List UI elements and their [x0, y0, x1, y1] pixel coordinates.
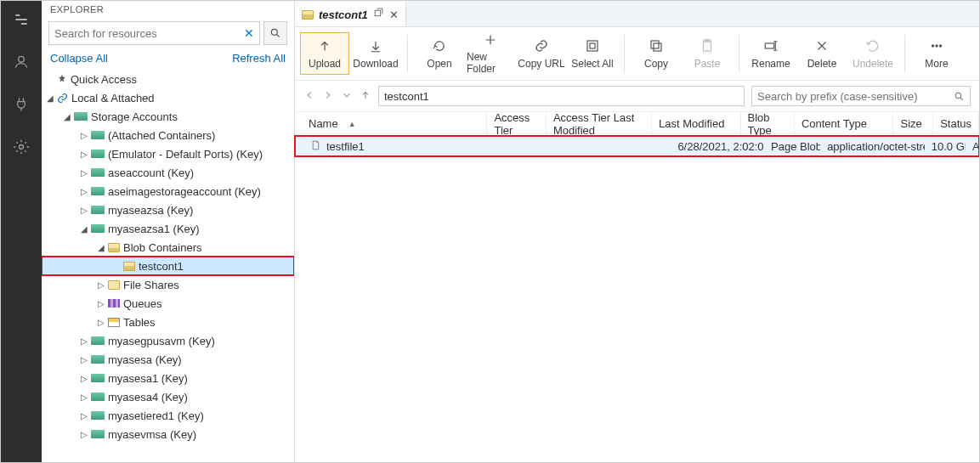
tree-item[interactable]: ▷myasevmsa (Key): [42, 425, 294, 443]
chevron-right-icon: ▷: [79, 206, 89, 215]
svg-rect-3: [375, 10, 381, 16]
tree-item[interactable]: ▷myasesa1 (Key): [42, 369, 294, 387]
explorer-view-icon[interactable]: [8, 6, 35, 33]
storage-icon: [91, 224, 105, 233]
storage-icon: [91, 355, 105, 364]
prefix-input[interactable]: [757, 90, 954, 103]
tab-bar: testcont1 ✕: [295, 1, 979, 27]
tree-item[interactable]: ▷myasetiered1 (Key): [42, 406, 294, 425]
queue-icon: [108, 299, 120, 308]
rename-button[interactable]: Rename: [746, 32, 796, 75]
paste-button[interactable]: Paste: [683, 32, 732, 75]
col-name[interactable]: Name▲: [295, 112, 487, 135]
col-access-tier[interactable]: Access Tier: [487, 112, 546, 135]
tree-container-selected[interactable]: testcont1: [42, 257, 294, 275]
col-access-tier-lm[interactable]: Access Tier Last Modified: [547, 112, 652, 135]
svg-point-14: [955, 93, 961, 99]
svg-point-12: [936, 45, 938, 47]
grid-header: Name▲ Access Tier Access Tier Last Modif…: [295, 112, 979, 136]
tree-local-attached[interactable]: ◢ Local & Attached: [42, 88, 294, 107]
col-blob-type[interactable]: Blob Type: [741, 112, 795, 135]
detach-icon[interactable]: [373, 8, 384, 21]
select-all-button[interactable]: Select All: [568, 32, 617, 75]
tree-item[interactable]: ▷myasegpusavm (Key): [42, 331, 294, 350]
more-icon: [929, 37, 944, 54]
col-content-type[interactable]: Content Type: [795, 112, 894, 135]
tree-queues[interactable]: ▷Queues: [42, 294, 294, 313]
collapse-all-link[interactable]: Collapse All: [50, 52, 108, 65]
sort-asc-icon: ▲: [348, 120, 356, 128]
explorer-title: EXPLORER: [42, 1, 294, 18]
nav-back-icon[interactable]: [303, 89, 315, 104]
settings-gear-icon[interactable]: [8, 133, 35, 161]
file-icon: [310, 139, 321, 154]
refresh-all-link[interactable]: Refresh All: [232, 52, 286, 65]
nav-recent-icon[interactable]: [341, 89, 353, 104]
tab-active[interactable]: testcont1 ✕: [295, 1, 406, 26]
upload-button[interactable]: Upload: [300, 32, 349, 75]
path-input[interactable]: testcont1: [378, 86, 745, 106]
storage-icon: [91, 336, 105, 345]
open-button[interactable]: Open: [415, 32, 464, 75]
svg-rect-4: [587, 41, 598, 51]
delete-icon: [814, 37, 830, 54]
tree-tables[interactable]: ▷Tables: [42, 313, 294, 331]
new-folder-button[interactable]: New Folder: [466, 32, 515, 75]
link-icon: [57, 93, 68, 104]
nav-up-icon[interactable]: [360, 89, 371, 104]
tree-item-expanded[interactable]: ◢myaseazsa1 (Key): [42, 219, 294, 238]
activity-bar: [1, 1, 42, 462]
tree-item[interactable]: ▷myasesa4 (Key): [42, 387, 294, 406]
chevron-down-icon: ◢: [96, 243, 106, 252]
tree-item[interactable]: ▷(Emulator - Default Ports) (Key): [42, 144, 294, 163]
upload-icon: [317, 37, 332, 54]
account-icon[interactable]: [8, 48, 35, 76]
close-icon[interactable]: ✕: [389, 8, 399, 21]
separator: [904, 35, 905, 72]
copy-url-button[interactable]: Copy URL: [517, 32, 566, 75]
cell-size: 10.0 GB: [925, 140, 966, 153]
storage-icon: [91, 392, 105, 401]
storage-icon: [91, 411, 105, 420]
storage-icon: [91, 131, 105, 139]
svg-rect-10: [765, 43, 774, 48]
cell-status: Active: [966, 140, 979, 153]
search-input[interactable]: [54, 27, 244, 40]
nav-buttons: [303, 89, 371, 104]
plug-icon[interactable]: [8, 91, 35, 118]
nav-forward-icon[interactable]: [322, 89, 334, 104]
toolbar: Upload Download Open New Folder Copy URL…: [295, 27, 979, 81]
tree-item[interactable]: ▷myasesa (Key): [42, 350, 294, 369]
copy-button[interactable]: Copy: [632, 32, 681, 75]
folder-icon: [123, 262, 135, 271]
open-icon: [432, 37, 447, 54]
search-input-wrap[interactable]: ✕: [48, 21, 260, 45]
more-button[interactable]: More: [912, 32, 961, 75]
tree-item[interactable]: ▷aseimagestorageaccount (Key): [42, 182, 294, 200]
chevron-right-icon: ▷: [79, 131, 89, 140]
chevron-right-icon: ▷: [79, 392, 89, 402]
col-size[interactable]: Size: [893, 112, 933, 135]
col-status[interactable]: Status: [933, 112, 979, 135]
search-button[interactable]: [263, 21, 287, 45]
tree-file-shares[interactable]: ▷File Shares: [42, 275, 294, 294]
cell-name: testfile1: [295, 139, 498, 154]
storage-icon: [91, 150, 105, 158]
tree-item[interactable]: ▷myaseazsa (Key): [42, 200, 294, 219]
tree-item[interactable]: ▷(Attached Containers): [42, 126, 294, 144]
table-row[interactable]: testfile1 6/28/2021, 2:02:01 PM Page Blo…: [295, 136, 979, 156]
clear-search-icon[interactable]: ✕: [244, 26, 254, 40]
tree-quick-access[interactable]: Quick Access: [42, 70, 294, 88]
chevron-down-icon: ◢: [62, 112, 72, 121]
undelete-button[interactable]: Undelete: [848, 32, 898, 75]
delete-button[interactable]: Delete: [797, 32, 847, 75]
prefix-search[interactable]: [751, 86, 971, 106]
tree-blob-containers[interactable]: ◢Blob Containers: [42, 238, 294, 257]
folder-icon: [108, 280, 120, 290]
folder-icon: [108, 243, 120, 252]
svg-point-13: [939, 45, 941, 47]
tree-storage-accounts[interactable]: ◢ Storage Accounts: [42, 107, 294, 126]
tree-item[interactable]: ▷aseaccount (Key): [42, 163, 294, 182]
download-button[interactable]: Download: [351, 32, 400, 75]
col-last-modified[interactable]: Last Modified: [652, 112, 740, 135]
